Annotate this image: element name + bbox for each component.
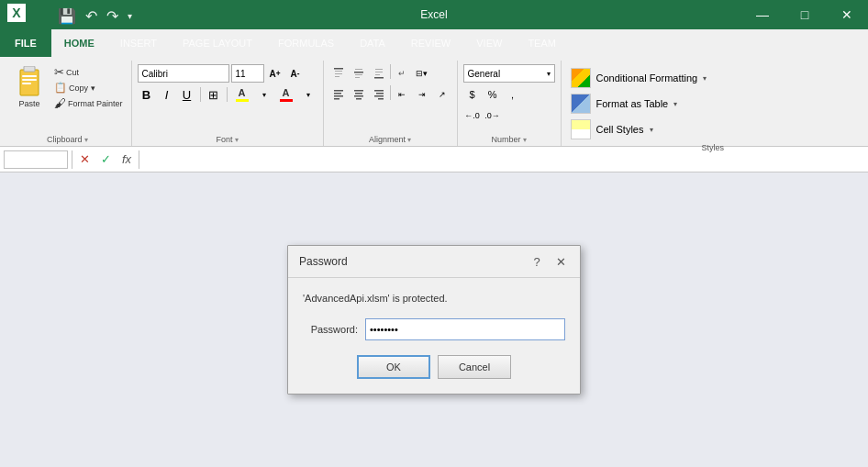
fill-color-dropdown[interactable]: ▾ [255, 85, 273, 104]
formula-confirm-btn[interactable]: ✓ [97, 152, 115, 166]
decrease-font-btn[interactable]: A- [286, 64, 305, 83]
format-painter-btn[interactable]: 🖌Format Painter [51, 95, 126, 111]
copy-btn[interactable]: 📋Copy ▾ [51, 81, 126, 95]
font-name-input[interactable] [138, 64, 229, 83]
close-btn[interactable]: ✕ [826, 0, 868, 29]
dialog-help-btn[interactable]: ? [529, 253, 545, 270]
tab-review[interactable]: REVIEW [398, 29, 463, 57]
formula-cancel-btn[interactable]: ✕ [76, 152, 94, 166]
ribbon-body: Paste ✂Cut 📋Copy ▾ 🖌Format Painter Clipb… [0, 57, 868, 147]
dialog-field-row: Password: [303, 318, 565, 340]
fill-color-bar [236, 99, 249, 102]
border-btn[interactable]: ⊞ [205, 85, 223, 104]
alignment-label: Alignment ▾ [329, 133, 451, 146]
font-row2: B I U ⊞ A ▾ A ▾ [138, 85, 317, 104]
font-color-dropdown[interactable]: ▾ [299, 85, 317, 104]
svg-rect-10 [354, 72, 363, 73]
cell-styles-icon [571, 119, 591, 139]
dialog-title-controls: ? ✕ [529, 253, 569, 270]
align-right-btn[interactable] [370, 85, 388, 104]
align-divider1 [390, 64, 391, 79]
svg-rect-17 [334, 90, 343, 92]
merge-btn[interactable]: ⊟▾ [413, 64, 431, 83]
quick-access-dropdown[interactable]: ▾ [125, 9, 135, 23]
number-group: General ▾ $ % , ←.0 .0→ Number ▾ [458, 61, 562, 146]
align-center-btn[interactable] [350, 85, 368, 104]
increase-font-btn[interactable]: A+ [266, 64, 284, 83]
svg-rect-2 [22, 75, 37, 77]
align-bottom-btn[interactable] [370, 64, 388, 83]
formula-divider1 [72, 150, 72, 169]
wrap-text-btn[interactable]: ↵ [393, 64, 411, 83]
tab-pagelayout[interactable]: PAGE LAYOUT [170, 29, 265, 57]
password-label: Password: [303, 324, 358, 335]
fill-color-btn[interactable]: A [231, 85, 253, 104]
svg-rect-25 [374, 90, 384, 92]
svg-rect-11 [355, 74, 362, 75]
align-top-btn[interactable] [329, 64, 348, 83]
tab-view[interactable]: VIEW [463, 29, 515, 57]
font-size-input[interactable] [231, 64, 264, 83]
save-quick-btn[interactable]: 💾 [55, 6, 79, 27]
italic-btn[interactable]: I [158, 85, 176, 104]
tab-insert[interactable]: INSERT [107, 29, 170, 57]
app-icon: X [7, 4, 26, 22]
ok-button[interactable]: OK [357, 355, 430, 379]
undo-btn[interactable]: ↶ [83, 6, 100, 27]
dialog-buttons: OK Cancel [303, 355, 565, 383]
percent-btn[interactable]: % [484, 85, 502, 104]
tab-formulas[interactable]: FORMULAS [265, 29, 347, 57]
number-label: Number ▾ [463, 133, 555, 146]
dialog-close-btn[interactable]: ✕ [552, 253, 569, 270]
app-title: Excel [420, 8, 447, 21]
alignment-content: ↵ ⊟▾ ⇤ ⇥ ↗ [329, 62, 451, 133]
tab-data[interactable]: DATA [347, 29, 398, 57]
cell-styles-btn[interactable]: Cell Styles ▾ [567, 117, 657, 141]
svg-rect-15 [375, 74, 380, 75]
redo-btn[interactable]: ↷ [104, 6, 121, 27]
styles-content: Conditional Formatting ▾ Format as Table… [567, 62, 711, 141]
align-middle-btn[interactable] [350, 64, 368, 83]
dialog-overlay: Password ? ✕ 'AdvancedApi.xlsm' is prote… [0, 172, 868, 467]
increase-indent-btn[interactable]: ⇥ [413, 85, 431, 104]
number-format-dropdown[interactable]: General ▾ [463, 64, 555, 83]
svg-rect-13 [375, 69, 383, 70]
number-row2: ←.0 .0→ [463, 106, 502, 125]
font-group: A+ A- B I U ⊞ A ▾ A [132, 61, 324, 146]
decrease-indent-btn[interactable]: ⇤ [393, 85, 411, 104]
clipboard-content: Paste ✂Cut 📋Copy ▾ 🖌Format Painter [9, 62, 126, 133]
svg-rect-20 [334, 98, 339, 100]
window-controls: — □ ✕ [741, 0, 868, 29]
cut-btn[interactable]: ✂Cut [51, 64, 126, 80]
bold-btn[interactable]: B [138, 85, 156, 104]
tab-team[interactable]: TEAM [515, 29, 569, 57]
maximize-btn[interactable]: □ [784, 0, 826, 29]
conditional-formatting-btn[interactable]: Conditional Formatting ▾ [567, 66, 711, 90]
minimize-btn[interactable]: — [741, 0, 784, 29]
currency-btn[interactable]: $ [463, 85, 482, 104]
font-color-btn[interactable]: A [275, 85, 297, 104]
decrease-decimal-btn[interactable]: ←.0 [463, 106, 482, 125]
underline-btn[interactable]: U [178, 85, 196, 104]
paste-button[interactable]: Paste [9, 64, 50, 110]
cancel-button[interactable]: Cancel [438, 355, 511, 379]
svg-rect-21 [354, 90, 363, 92]
svg-rect-19 [334, 95, 343, 97]
comma-btn[interactable]: , [504, 85, 522, 104]
orientation-btn[interactable]: ↗ [433, 85, 451, 104]
title-bar: X 💾 ↶ ↷ ▾ Excel — □ ✕ [0, 0, 868, 29]
password-input[interactable] [365, 318, 565, 340]
tab-file[interactable]: FILE [0, 29, 51, 57]
dialog-message: 'AdvancedApi.xlsm' is protected. [303, 293, 565, 304]
svg-rect-4 [22, 83, 31, 84]
format-as-table-btn[interactable]: Format as Table ▾ [567, 92, 682, 116]
alignment-group: ↵ ⊟▾ ⇤ ⇥ ↗ Alignment ▾ [324, 61, 458, 146]
align-left-btn[interactable] [329, 85, 348, 104]
svg-rect-23 [354, 95, 363, 97]
svg-rect-26 [376, 93, 384, 95]
name-box[interactable] [4, 150, 68, 169]
tab-home[interactable]: HOME [51, 29, 107, 57]
increase-decimal-btn[interactable]: .0→ [484, 106, 502, 125]
svg-rect-22 [355, 93, 362, 95]
paste-label: Paste [18, 99, 39, 108]
